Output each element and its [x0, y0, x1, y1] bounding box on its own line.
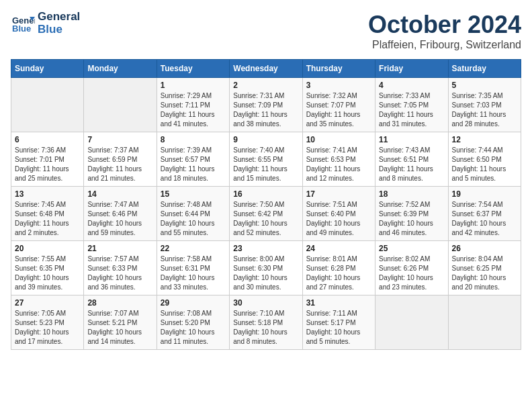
day-info: Sunrise: 8:04 AMSunset: 6:25 PMDaylight:…	[452, 255, 517, 292]
calendar-week-row: 6Sunrise: 7:36 AMSunset: 7:01 PMDaylight…	[11, 132, 521, 187]
day-number: 24	[306, 244, 371, 253]
calendar-cell: 14Sunrise: 7:47 AMSunset: 6:46 PMDayligh…	[84, 187, 157, 241]
day-info: Sunrise: 7:43 AMSunset: 6:51 PMDaylight:…	[379, 146, 444, 183]
calendar-cell: 25Sunrise: 8:02 AMSunset: 6:26 PMDayligh…	[375, 241, 448, 295]
day-info: Sunrise: 7:54 AMSunset: 6:37 PMDaylight:…	[452, 200, 517, 238]
column-header-wednesday: Wednesday	[230, 60, 302, 78]
calendar-cell: 22Sunrise: 7:58 AMSunset: 6:31 PMDayligh…	[157, 241, 229, 295]
day-number: 29	[161, 298, 226, 308]
day-number: 1	[161, 81, 226, 90]
calendar-cell: 8Sunrise: 7:39 AMSunset: 6:57 PMDaylight…	[157, 132, 229, 187]
day-info: Sunrise: 7:45 AMSunset: 6:48 PMDaylight:…	[15, 200, 80, 238]
calendar-cell: 18Sunrise: 7:52 AMSunset: 6:39 PMDayligh…	[375, 187, 448, 241]
day-info: Sunrise: 7:33 AMSunset: 7:05 PMDaylight:…	[379, 91, 444, 129]
calendar-cell: 4Sunrise: 7:33 AMSunset: 7:05 PMDaylight…	[375, 78, 448, 132]
calendar-cell: 24Sunrise: 8:01 AMSunset: 6:28 PMDayligh…	[302, 241, 375, 295]
day-info: Sunrise: 7:39 AMSunset: 6:57 PMDaylight:…	[161, 146, 226, 183]
calendar-week-row: 20Sunrise: 7:55 AMSunset: 6:35 PMDayligh…	[11, 241, 521, 295]
calendar-header-row: SundayMondayTuesdayWednesdayThursdayFrid…	[11, 60, 521, 78]
day-info: Sunrise: 8:02 AMSunset: 6:26 PMDaylight:…	[379, 255, 444, 292]
calendar-week-row: 1Sunrise: 7:29 AMSunset: 7:11 PMDaylight…	[11, 78, 521, 132]
calendar-cell: 7Sunrise: 7:37 AMSunset: 6:59 PMDaylight…	[84, 132, 157, 187]
day-info: Sunrise: 7:51 AMSunset: 6:40 PMDaylight:…	[306, 200, 371, 238]
calendar-cell	[375, 295, 448, 350]
day-number: 2	[233, 81, 298, 90]
day-info: Sunrise: 7:08 AMSunset: 5:20 PMDaylight:…	[161, 309, 226, 347]
column-header-thursday: Thursday	[302, 60, 375, 78]
day-number: 16	[233, 189, 298, 199]
calendar-table: SundayMondayTuesdayWednesdayThursdayFrid…	[11, 59, 521, 350]
day-info: Sunrise: 7:57 AMSunset: 6:33 PMDaylight:…	[87, 255, 152, 292]
calendar-cell	[11, 78, 84, 132]
calendar-cell: 10Sunrise: 7:41 AMSunset: 6:53 PMDayligh…	[302, 132, 375, 187]
logo-general: General	[38, 11, 80, 24]
calendar-cell: 19Sunrise: 7:54 AMSunset: 6:37 PMDayligh…	[448, 187, 521, 241]
day-info: Sunrise: 7:05 AMSunset: 5:23 PMDaylight:…	[15, 309, 80, 347]
calendar-cell	[448, 295, 521, 350]
day-info: Sunrise: 7:36 AMSunset: 7:01 PMDaylight:…	[15, 146, 80, 183]
column-header-sunday: Sunday	[11, 60, 84, 78]
day-info: Sunrise: 7:32 AMSunset: 7:07 PMDaylight:…	[306, 91, 371, 129]
day-info: Sunrise: 7:55 AMSunset: 6:35 PMDaylight:…	[15, 255, 80, 292]
calendar-cell: 12Sunrise: 7:44 AMSunset: 6:50 PMDayligh…	[448, 132, 521, 187]
day-number: 31	[306, 298, 371, 308]
day-info: Sunrise: 7:10 AMSunset: 5:18 PMDaylight:…	[233, 309, 298, 347]
day-number: 25	[379, 244, 444, 253]
calendar-cell: 11Sunrise: 7:43 AMSunset: 6:51 PMDayligh…	[375, 132, 448, 187]
day-number: 18	[379, 189, 444, 199]
day-number: 27	[15, 298, 80, 308]
day-number: 11	[379, 135, 444, 144]
calendar-cell: 31Sunrise: 7:11 AMSunset: 5:17 PMDayligh…	[302, 295, 375, 350]
day-info: Sunrise: 8:00 AMSunset: 6:30 PMDaylight:…	[233, 255, 298, 292]
day-info: Sunrise: 7:37 AMSunset: 6:59 PMDaylight:…	[87, 146, 152, 183]
logo: General Blue General Blue	[11, 11, 80, 36]
calendar-cell: 15Sunrise: 7:48 AMSunset: 6:44 PMDayligh…	[157, 187, 229, 241]
day-info: Sunrise: 7:40 AMSunset: 6:55 PMDaylight:…	[233, 146, 298, 183]
day-number: 10	[306, 135, 371, 144]
day-info: Sunrise: 7:44 AMSunset: 6:50 PMDaylight:…	[452, 146, 517, 183]
day-number: 14	[87, 189, 152, 199]
calendar-cell: 30Sunrise: 7:10 AMSunset: 5:18 PMDayligh…	[230, 295, 302, 350]
calendar-cell: 3Sunrise: 7:32 AMSunset: 7:07 PMDaylight…	[302, 78, 375, 132]
day-info: Sunrise: 7:50 AMSunset: 6:42 PMDaylight:…	[233, 200, 298, 238]
day-number: 26	[452, 244, 517, 253]
day-info: Sunrise: 7:11 AMSunset: 5:17 PMDaylight:…	[306, 309, 371, 347]
day-number: 9	[233, 135, 298, 144]
day-number: 19	[452, 189, 517, 199]
calendar-cell: 20Sunrise: 7:55 AMSunset: 6:35 PMDayligh…	[11, 241, 84, 295]
day-number: 7	[87, 135, 152, 144]
calendar-cell: 23Sunrise: 8:00 AMSunset: 6:30 PMDayligh…	[230, 241, 302, 295]
page-header: General Blue General Blue October 2024 P…	[11, 11, 521, 51]
day-number: 17	[306, 189, 371, 199]
day-number: 4	[379, 81, 444, 90]
logo-icon: General Blue	[11, 11, 35, 36]
calendar-cell: 9Sunrise: 7:40 AMSunset: 6:55 PMDaylight…	[230, 132, 302, 187]
day-info: Sunrise: 7:48 AMSunset: 6:44 PMDaylight:…	[161, 200, 226, 238]
day-info: Sunrise: 7:29 AMSunset: 7:11 PMDaylight:…	[161, 91, 226, 129]
calendar-cell: 21Sunrise: 7:57 AMSunset: 6:33 PMDayligh…	[84, 241, 157, 295]
calendar-cell: 27Sunrise: 7:05 AMSunset: 5:23 PMDayligh…	[11, 295, 84, 350]
calendar-cell	[84, 78, 157, 132]
calendar-week-row: 13Sunrise: 7:45 AMSunset: 6:48 PMDayligh…	[11, 187, 521, 241]
day-number: 5	[452, 81, 517, 90]
day-number: 22	[161, 244, 226, 253]
day-info: Sunrise: 7:47 AMSunset: 6:46 PMDaylight:…	[87, 200, 152, 238]
calendar-week-row: 27Sunrise: 7:05 AMSunset: 5:23 PMDayligh…	[11, 295, 521, 350]
day-info: Sunrise: 7:52 AMSunset: 6:39 PMDaylight:…	[379, 200, 444, 238]
logo-blue: Blue	[38, 24, 80, 36]
day-number: 30	[233, 298, 298, 308]
calendar-cell: 6Sunrise: 7:36 AMSunset: 7:01 PMDaylight…	[11, 132, 84, 187]
svg-text:Blue: Blue	[12, 24, 31, 34]
day-number: 20	[15, 244, 80, 253]
location-subtitle: Plaffeien, Fribourg, Switzerland	[368, 39, 521, 51]
day-number: 15	[161, 189, 226, 199]
day-number: 21	[87, 244, 152, 253]
column-header-friday: Friday	[375, 60, 448, 78]
day-info: Sunrise: 7:31 AMSunset: 7:09 PMDaylight:…	[233, 91, 298, 129]
calendar-cell: 16Sunrise: 7:50 AMSunset: 6:42 PMDayligh…	[230, 187, 302, 241]
calendar-cell: 13Sunrise: 7:45 AMSunset: 6:48 PMDayligh…	[11, 187, 84, 241]
column-header-tuesday: Tuesday	[157, 60, 229, 78]
calendar-cell: 26Sunrise: 8:04 AMSunset: 6:25 PMDayligh…	[448, 241, 521, 295]
day-number: 6	[15, 135, 80, 144]
calendar-cell: 28Sunrise: 7:07 AMSunset: 5:21 PMDayligh…	[84, 295, 157, 350]
